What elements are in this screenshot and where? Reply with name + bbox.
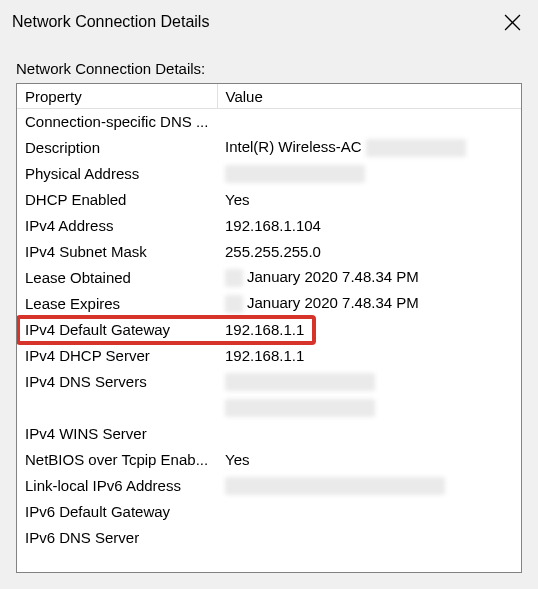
property-cell: Connection-specific DNS ... bbox=[17, 109, 217, 135]
property-cell: IPv4 Address bbox=[17, 213, 217, 239]
details-table: Property Value Connection-specific DNS .… bbox=[17, 84, 521, 551]
property-cell: IPv4 Default Gateway bbox=[17, 317, 217, 343]
table-row[interactable]: Physical Address bbox=[17, 161, 521, 187]
property-cell: IPv4 DHCP Server bbox=[17, 343, 217, 369]
table-row[interactable]: IPv6 Default Gateway bbox=[17, 499, 521, 525]
value-cell: 255.255.255.0 bbox=[217, 239, 521, 265]
value-text: January 2020 7.48.34 PM bbox=[247, 268, 419, 285]
property-cell: DHCP Enabled bbox=[17, 187, 217, 213]
table-row[interactable]: IPv4 Default Gateway192.168.1.1 bbox=[17, 317, 521, 343]
property-cell: Description bbox=[17, 135, 217, 161]
content-subtitle: Network Connection Details: bbox=[16, 60, 522, 77]
value-cell: Yes bbox=[217, 187, 521, 213]
close-icon bbox=[504, 14, 521, 31]
column-header-value[interactable]: Value bbox=[217, 84, 521, 109]
table-header-row: Property Value bbox=[17, 84, 521, 109]
redacted-value bbox=[225, 477, 445, 495]
table-row[interactable]: DHCP EnabledYes bbox=[17, 187, 521, 213]
value-cell: Yes bbox=[217, 447, 521, 473]
value-cell bbox=[217, 525, 521, 551]
value-cell bbox=[217, 395, 521, 421]
table-row[interactable]: IPv4 DNS Servers bbox=[17, 369, 521, 395]
redacted-value bbox=[225, 269, 243, 287]
table-row[interactable]: Link-local IPv6 Address bbox=[17, 473, 521, 499]
table-body: Connection-specific DNS ...DescriptionIn… bbox=[17, 109, 521, 551]
property-cell: IPv4 DNS Servers bbox=[17, 369, 217, 395]
table-row[interactable]: IPv4 DHCP Server192.168.1.1 bbox=[17, 343, 521, 369]
dialog-content: Network Connection Details: Property Val… bbox=[0, 44, 538, 589]
property-cell: IPv6 DNS Server bbox=[17, 525, 217, 551]
titlebar: Network Connection Details bbox=[0, 0, 538, 44]
value-text: Intel(R) Wireless-AC bbox=[225, 138, 362, 155]
table-row[interactable]: Lease ObtainedJanuary 2020 7.48.34 PM bbox=[17, 265, 521, 291]
dialog-window: Network Connection Details Network Conne… bbox=[0, 0, 538, 589]
property-cell: IPv6 Default Gateway bbox=[17, 499, 217, 525]
redacted-value bbox=[225, 373, 375, 391]
property-cell: Lease Expires bbox=[17, 291, 217, 317]
value-cell bbox=[217, 109, 521, 135]
value-cell: 192.168.1.1 bbox=[217, 317, 521, 343]
value-cell: January 2020 7.48.34 PM bbox=[217, 265, 521, 291]
property-cell bbox=[17, 395, 217, 421]
property-cell: Link-local IPv6 Address bbox=[17, 473, 217, 499]
details-table-container: Property Value Connection-specific DNS .… bbox=[16, 83, 522, 573]
value-cell: Intel(R) Wireless-AC bbox=[217, 135, 521, 161]
property-cell: IPv4 WINS Server bbox=[17, 421, 217, 447]
redacted-value bbox=[225, 165, 365, 183]
table-row[interactable]: IPv4 Address192.168.1.104 bbox=[17, 213, 521, 239]
property-cell: Lease Obtained bbox=[17, 265, 217, 291]
dialog-title: Network Connection Details bbox=[12, 13, 209, 31]
table-row[interactable] bbox=[17, 395, 521, 421]
table-row[interactable]: DescriptionIntel(R) Wireless-AC bbox=[17, 135, 521, 161]
redacted-value bbox=[366, 139, 466, 157]
value-cell bbox=[217, 369, 521, 395]
table-row[interactable]: IPv4 WINS Server bbox=[17, 421, 521, 447]
property-cell: Physical Address bbox=[17, 161, 217, 187]
column-header-property[interactable]: Property bbox=[17, 84, 217, 109]
table-row[interactable]: IPv6 DNS Server bbox=[17, 525, 521, 551]
value-cell bbox=[217, 421, 521, 447]
value-cell bbox=[217, 161, 521, 187]
value-text: January 2020 7.48.34 PM bbox=[247, 294, 419, 311]
value-cell: January 2020 7.48.34 PM bbox=[217, 291, 521, 317]
property-cell: NetBIOS over Tcpip Enab... bbox=[17, 447, 217, 473]
table-row[interactable]: NetBIOS over Tcpip Enab...Yes bbox=[17, 447, 521, 473]
value-cell bbox=[217, 473, 521, 499]
close-button[interactable] bbox=[496, 8, 528, 36]
value-cell: 192.168.1.104 bbox=[217, 213, 521, 239]
redacted-value bbox=[225, 399, 375, 417]
value-cell: 192.168.1.1 bbox=[217, 343, 521, 369]
value-cell bbox=[217, 499, 521, 525]
table-row[interactable]: Lease ExpiresJanuary 2020 7.48.34 PM bbox=[17, 291, 521, 317]
table-row[interactable]: IPv4 Subnet Mask255.255.255.0 bbox=[17, 239, 521, 265]
redacted-value bbox=[225, 295, 243, 313]
property-cell: IPv4 Subnet Mask bbox=[17, 239, 217, 265]
table-row[interactable]: Connection-specific DNS ... bbox=[17, 109, 521, 135]
